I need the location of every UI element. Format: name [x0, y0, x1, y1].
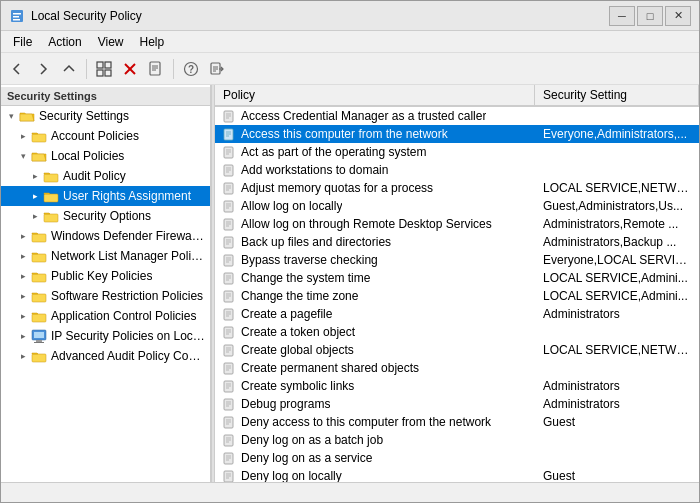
- cell-policy: Create global objects: [215, 342, 535, 358]
- expand-icon-ip-security[interactable]: ▸: [17, 330, 29, 342]
- tree-item-account-policies[interactable]: ▸ Account Policies: [1, 126, 210, 146]
- delete-button[interactable]: [118, 57, 142, 81]
- policy-text: Access this computer from the network: [241, 127, 448, 141]
- cell-setting: [535, 439, 699, 441]
- tree-item-advanced-audit[interactable]: ▸ Advanced Audit Policy Configuration: [1, 346, 210, 366]
- cell-policy: Debug programs: [215, 396, 535, 412]
- list-row[interactable]: Deny log on locallyGuest: [215, 467, 699, 482]
- tree-item-windows-defender-firewall[interactable]: ▸ Windows Defender Firewall with Adva...: [1, 226, 210, 246]
- expand-icon-network-list-manager[interactable]: ▸: [17, 250, 29, 262]
- col-header-setting[interactable]: Security Setting: [535, 85, 699, 105]
- cell-setting: Administrators: [535, 306, 699, 322]
- tree-item-application-control[interactable]: ▸ Application Control Policies: [1, 306, 210, 326]
- properties-button[interactable]: [144, 57, 168, 81]
- forward-button[interactable]: [31, 57, 55, 81]
- list-row[interactable]: Deny log on as a batch job: [215, 431, 699, 449]
- list-row[interactable]: Bypass traverse checkingEveryone,LOCAL S…: [215, 251, 699, 269]
- back-button[interactable]: [5, 57, 29, 81]
- window-controls: ─ □ ✕: [609, 6, 691, 26]
- list-row[interactable]: Back up files and directoriesAdministrat…: [215, 233, 699, 251]
- expand-icon-user-rights-assignment[interactable]: ▸: [29, 190, 41, 202]
- menu-help[interactable]: Help: [132, 33, 173, 51]
- cell-policy: Create a token object: [215, 324, 535, 340]
- list-row[interactable]: Debug programsAdministrators: [215, 395, 699, 413]
- tree-item-user-rights-assignment[interactable]: ▸ User Rights Assignment: [1, 186, 210, 206]
- cell-policy: Access this computer from the network: [215, 126, 535, 142]
- tree-item-network-list-manager[interactable]: ▸ Network List Manager Policies: [1, 246, 210, 266]
- policy-text: Deny access to this computer from the ne…: [241, 415, 491, 429]
- expand-icon-advanced-audit[interactable]: ▸: [17, 350, 29, 362]
- list-row[interactable]: Deny log on as a service: [215, 449, 699, 467]
- expand-icon-public-key-policies[interactable]: ▸: [17, 270, 29, 282]
- svg-rect-106: [224, 435, 233, 446]
- cell-setting: Guest: [535, 468, 699, 483]
- tree-item-public-key-policies[interactable]: ▸ Public Key Policies: [1, 266, 210, 286]
- list-row[interactable]: Allow log on locallyGuest,Administrators…: [215, 197, 699, 215]
- svg-rect-7: [105, 70, 111, 76]
- show-hide-button[interactable]: [92, 57, 116, 81]
- cell-policy: Create permanent shared objects: [215, 360, 535, 376]
- menu-action[interactable]: Action: [40, 33, 89, 51]
- expand-icon-application-control[interactable]: ▸: [17, 310, 29, 322]
- menu-file[interactable]: File: [5, 33, 40, 51]
- tree-item-ip-security[interactable]: ▸ IP Security Policies on Local Compute.…: [1, 326, 210, 346]
- list-row[interactable]: Access this computer from the networkEve…: [215, 125, 699, 143]
- tree-panel[interactable]: Security Settings ▾ Security Settings▸ A…: [1, 85, 211, 482]
- tree-item-security-settings[interactable]: ▾ Security Settings: [1, 106, 210, 126]
- svg-rect-86: [224, 345, 233, 356]
- list-row[interactable]: Create global objectsLOCAL SERVICE,NETWO…: [215, 341, 699, 359]
- cell-setting: [535, 151, 699, 153]
- status-bar: [1, 482, 699, 502]
- list-row[interactable]: Create permanent shared objects: [215, 359, 699, 377]
- list-row[interactable]: Change the system timeLOCAL SERVICE,Admi…: [215, 269, 699, 287]
- list-row[interactable]: Allow log on through Remote Desktop Serv…: [215, 215, 699, 233]
- policy-icon: [223, 469, 237, 483]
- col-header-policy[interactable]: Policy: [215, 85, 535, 105]
- list-row[interactable]: Deny access to this computer from the ne…: [215, 413, 699, 431]
- policy-text: Create permanent shared objects: [241, 361, 419, 375]
- policy-text: Create a pagefile: [241, 307, 332, 321]
- list-row[interactable]: Adjust memory quotas for a processLOCAL …: [215, 179, 699, 197]
- policy-icon: [223, 433, 237, 447]
- tree-label-application-control: Application Control Policies: [51, 309, 196, 323]
- expand-icon-security-options[interactable]: ▸: [29, 210, 41, 222]
- menu-view[interactable]: View: [90, 33, 132, 51]
- expand-icon-windows-defender-firewall[interactable]: ▸: [17, 230, 29, 242]
- tree-item-security-options[interactable]: ▸ Security Options: [1, 206, 210, 226]
- policy-text: Create symbolic links: [241, 379, 354, 393]
- expand-icon-software-restriction[interactable]: ▸: [17, 290, 29, 302]
- list-row[interactable]: Create a token object: [215, 323, 699, 341]
- tree-icon-public-key-policies: [31, 268, 47, 284]
- list-header: Policy Security Setting: [215, 85, 699, 107]
- policy-text: Deny log on as a service: [241, 451, 372, 465]
- expand-icon-account-policies[interactable]: ▸: [17, 130, 29, 142]
- list-row[interactable]: Create symbolic linksAdministrators: [215, 377, 699, 395]
- svg-rect-102: [224, 417, 233, 428]
- tree-item-software-restriction[interactable]: ▸ Software Restriction Policies: [1, 286, 210, 306]
- svg-rect-33: [32, 354, 46, 362]
- export-button[interactable]: [205, 57, 229, 81]
- tree-item-audit-policy[interactable]: ▸ Audit Policy: [1, 166, 210, 186]
- list-row[interactable]: Act as part of the operating system: [215, 143, 699, 161]
- expand-icon-local-policies[interactable]: ▾: [17, 150, 29, 162]
- help-button[interactable]: ?: [179, 57, 203, 81]
- maximize-button[interactable]: □: [637, 6, 663, 26]
- close-button[interactable]: ✕: [665, 6, 691, 26]
- cell-setting: [535, 331, 699, 333]
- list-row[interactable]: Add workstations to domain: [215, 161, 699, 179]
- list-row[interactable]: Access Credential Manager as a trusted c…: [215, 107, 699, 125]
- tree-icon-account-policies: [31, 128, 47, 144]
- policy-icon: [223, 145, 237, 159]
- minimize-button[interactable]: ─: [609, 6, 635, 26]
- tree-icon-security-options: [43, 208, 59, 224]
- tree-item-local-policies[interactable]: ▾ Local Policies: [1, 146, 210, 166]
- list-body[interactable]: Access Credential Manager as a trusted c…: [215, 107, 699, 482]
- expand-icon-security-settings[interactable]: ▾: [5, 110, 17, 122]
- list-row[interactable]: Create a pagefileAdministrators: [215, 305, 699, 323]
- up-button[interactable]: [57, 57, 81, 81]
- expand-icon-audit-policy[interactable]: ▸: [29, 170, 41, 182]
- policy-icon: [223, 289, 237, 303]
- policy-text: Allow log on locally: [241, 199, 342, 213]
- list-row[interactable]: Change the time zoneLOCAL SERVICE,Admini…: [215, 287, 699, 305]
- window-title: Local Security Policy: [31, 9, 609, 23]
